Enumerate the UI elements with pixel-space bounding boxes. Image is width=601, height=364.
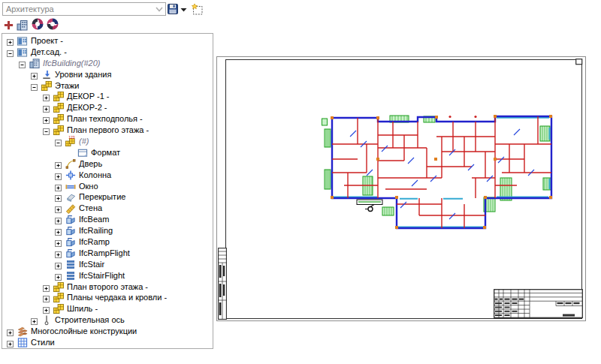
tree-item[interactable]: План первого этажа - [2, 125, 213, 136]
tree-item[interactable]: Шпиль - [2, 303, 213, 314]
floors-icon [53, 303, 65, 314]
expand-icon[interactable] [31, 317, 38, 323]
tree-item[interactable]: Уровни здания [2, 69, 213, 80]
tree-item[interactable]: Проект - [2, 35, 213, 47]
tree-item-label: Дет.сад. - [31, 47, 67, 58]
tree-item[interactable]: Стили [2, 337, 213, 348]
expand-icon[interactable] [43, 93, 50, 100]
tree-item[interactable]: IfcStairFlight [2, 270, 213, 281]
tree-item[interactable]: Многослойные конструкции [2, 326, 213, 337]
expand-icon[interactable] [7, 38, 14, 44]
building-button[interactable] [15, 18, 29, 32]
save-button[interactable] [166, 2, 180, 16]
expand-icon[interactable] [55, 205, 62, 212]
ifc-icon [65, 225, 77, 236]
floors-icon [53, 125, 65, 136]
tree-item-label: Многослойные конструкции [31, 326, 137, 337]
tree-item[interactable]: IfcRailing [2, 225, 213, 236]
tree-item-label: Стили [31, 337, 55, 348]
ifc-icon [65, 248, 77, 259]
drawing-canvas[interactable] [214, 0, 601, 364]
tree-item[interactable]: Дверь [2, 158, 213, 170]
add-button[interactable] [2, 18, 15, 32]
sync-icon [46, 17, 59, 31]
layers-icon [17, 326, 29, 337]
tree-item[interactable]: ДЕКОР -1 - [2, 91, 213, 102]
stair-hatch-zones [322, 116, 551, 215]
expand-icon[interactable] [31, 71, 38, 78]
tree-item-label: (#) [79, 136, 89, 147]
expand-icon[interactable] [55, 172, 62, 179]
tree-item[interactable]: Дет.сад. - [2, 47, 213, 58]
chevron-down-icon[interactable] [153, 3, 165, 15]
tree-item[interactable]: Стена [2, 203, 213, 214]
project-tree[interactable]: Проект -Дет.сад. -IfcBuilding(#20)Уровни… [2, 33, 213, 349]
tree-item[interactable]: Строительная ось [2, 314, 213, 326]
expand-icon[interactable] [7, 339, 14, 346]
expand-icon[interactable] [43, 305, 50, 312]
caret-down-icon [180, 8, 187, 12]
expand-icon[interactable] [43, 284, 50, 290]
tree-item-label: Шпиль - [67, 303, 98, 314]
tree-item[interactable]: Окно [2, 181, 213, 192]
expand-icon[interactable] [43, 294, 50, 301]
expand-icon[interactable] [55, 250, 62, 257]
tree-item[interactable]: IfcBeam [2, 214, 213, 225]
tree-item[interactable]: ДЕКОР-2 - [2, 102, 213, 113]
tree-item-label: Этажи [55, 80, 79, 92]
new-selection-button[interactable] [190, 2, 204, 16]
marker-dot [448, 116, 451, 118]
sync-back-button[interactable] [46, 17, 59, 31]
expand-icon[interactable] [55, 216, 62, 223]
tree-item-label: IfcRampFlight [79, 248, 130, 259]
expand-icon[interactable] [7, 328, 14, 335]
title-block [494, 289, 583, 318]
expand-icon[interactable] [55, 261, 62, 268]
expand-icon[interactable] [55, 239, 62, 245]
plus-icon [3, 20, 14, 31]
tree-item[interactable]: План второго этажа - [2, 281, 213, 293]
save-dropdown[interactable] [179, 3, 188, 17]
tree-item[interactable]: IfcStair [2, 259, 213, 270]
side-stamp [218, 248, 227, 320]
tree-item[interactable]: IfcBuilding(#20) [2, 58, 213, 69]
tree-item-label: Дверь [79, 158, 102, 170]
project-icon [17, 35, 29, 47]
expand-icon[interactable] [43, 116, 50, 122]
collapse-icon[interactable] [55, 138, 62, 145]
expand-icon[interactable] [55, 183, 62, 190]
tree-item-label: План техподполья - [67, 113, 143, 125]
collapse-icon[interactable] [31, 83, 38, 89]
floppy-icon [167, 3, 179, 15]
expand-icon[interactable] [55, 272, 62, 279]
building-icon [16, 19, 29, 32]
ifc-icon [65, 236, 77, 248]
tree-item[interactable]: IfcRampFlight [2, 248, 213, 259]
tree-item-label: Строительная ось [55, 314, 125, 326]
expand-icon[interactable] [55, 194, 62, 200]
expand-icon[interactable] [55, 161, 62, 167]
tree-item[interactable]: IfcRamp [2, 236, 213, 248]
floors123-icon: 123 [65, 136, 77, 147]
tree-item-label: Проект - [31, 35, 63, 47]
tree-item[interactable]: Этажи [2, 80, 213, 92]
tree-item[interactable]: Перекрытие [2, 191, 213, 203]
marker-dot [474, 116, 476, 118]
collapse-icon[interactable] [19, 60, 26, 67]
column-icon [65, 170, 77, 181]
tree-item[interactable]: Планы чердака и кровли - [2, 292, 213, 303]
collapse-icon[interactable] [43, 127, 50, 134]
tree-item[interactable]: Формат [2, 147, 213, 158]
expand-icon[interactable] [55, 227, 62, 234]
collapse-icon[interactable] [7, 49, 14, 56]
tree-item-label: Формат [91, 147, 120, 158]
tree-item[interactable]: Колонна [2, 170, 213, 181]
floors-icon [53, 113, 65, 125]
sync-forward-button[interactable] [31, 17, 44, 31]
styles-icon [17, 337, 29, 348]
profile-combobox[interactable]: Архитектура [2, 2, 166, 16]
tree-item[interactable]: План техподполья - [2, 113, 213, 125]
tree-item[interactable]: 123(#) [2, 136, 213, 147]
corner-mark [575, 59, 583, 65]
expand-icon[interactable] [43, 104, 50, 111]
